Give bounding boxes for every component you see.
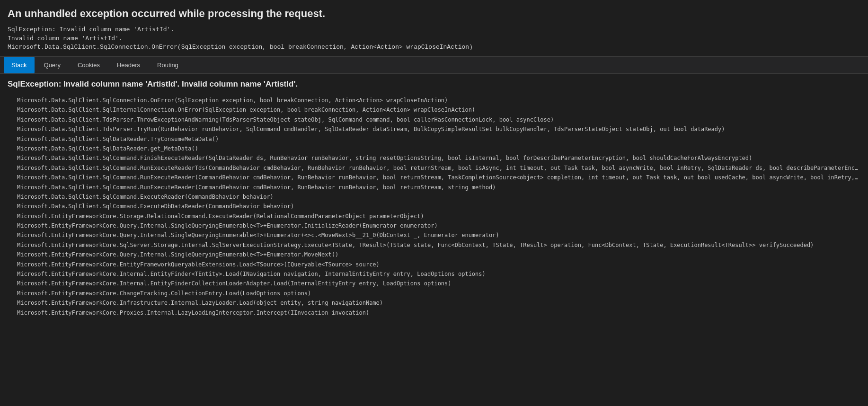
stack-line: Microsoft.Data.SqlClient.SqlCommand.RunE… [8,163,860,173]
tab-stack[interactable]: Stack [4,57,35,73]
stack-line: Microsoft.EntityFrameworkCore.Infrastruc… [8,298,860,308]
stack-line: Microsoft.Data.SqlClient.SqlDataReader.T… [8,134,860,144]
tab-headers[interactable]: Headers [109,57,148,73]
error-line2: Invalid column name 'ArtistId'. [8,35,860,42]
tab-routing[interactable]: Routing [150,57,186,73]
stack-line: Microsoft.EntityFrameworkCore.Storage.Re… [8,212,860,221]
content-section: SqlException: Invalid column name 'Artis… [0,74,868,323]
stack-line: Microsoft.EntityFrameworkCore.Query.Inte… [8,250,860,259]
stack-line: Microsoft.Data.SqlClient.SqlCommand.RunE… [8,183,860,192]
stack-line: Microsoft.EntityFrameworkCore.Proxies.In… [8,308,860,318]
tabs-bar: Stack Query Cookies Headers Routing [0,57,868,74]
header-section: An unhandled exception occurred while pr… [0,0,868,57]
stack-line: Microsoft.Data.SqlClient.TdsParser.Throw… [8,115,860,124]
stack-line: Microsoft.EntityFrameworkCore.Internal.E… [8,279,860,288]
stack-line: Microsoft.Data.SqlClient.SqlConnection.O… [8,96,860,105]
stack-line: Microsoft.EntityFrameworkCore.ChangeTrac… [8,289,860,298]
stack-line: Microsoft.Data.SqlClient.SqlCommand.RunE… [8,173,860,182]
tab-query[interactable]: Query [36,57,68,73]
stack-line: Microsoft.EntityFrameworkCore.Internal.E… [8,269,860,279]
stack-line: Microsoft.Data.SqlClient.SqlInternalConn… [8,105,860,115]
stack-line: Microsoft.EntityFrameworkCore.Query.Inte… [8,230,860,240]
stack-hint: Microsoft.Data.SqlClient.SqlConnection.O… [8,44,860,51]
stack-line: Microsoft.Data.SqlClient.SqlCommand.Fini… [8,153,860,163]
exception-title: SqlException: Invalid column name 'Artis… [8,79,860,89]
stack-line: Microsoft.EntityFrameworkCore.EntityFram… [8,260,860,269]
stack-line: Microsoft.EntityFrameworkCore.SqlServer.… [8,240,860,250]
tab-cookies[interactable]: Cookies [70,57,107,73]
error-line1: SqlException: Invalid column name 'Artis… [8,26,860,33]
main-title: An unhandled exception occurred while pr… [8,8,860,20]
stack-line: Microsoft.Data.SqlClient.TdsParser.TryRu… [8,124,860,134]
stack-line: Microsoft.EntityFrameworkCore.Query.Inte… [8,221,860,230]
stack-line: Microsoft.Data.SqlClient.SqlDataReader.g… [8,144,860,153]
stack-line: Microsoft.Data.SqlClient.SqlCommand.Exec… [8,202,860,211]
stack-line: Microsoft.Data.SqlClient.SqlCommand.Exec… [8,192,860,202]
stack-trace: Microsoft.Data.SqlClient.SqlConnection.O… [8,96,860,318]
